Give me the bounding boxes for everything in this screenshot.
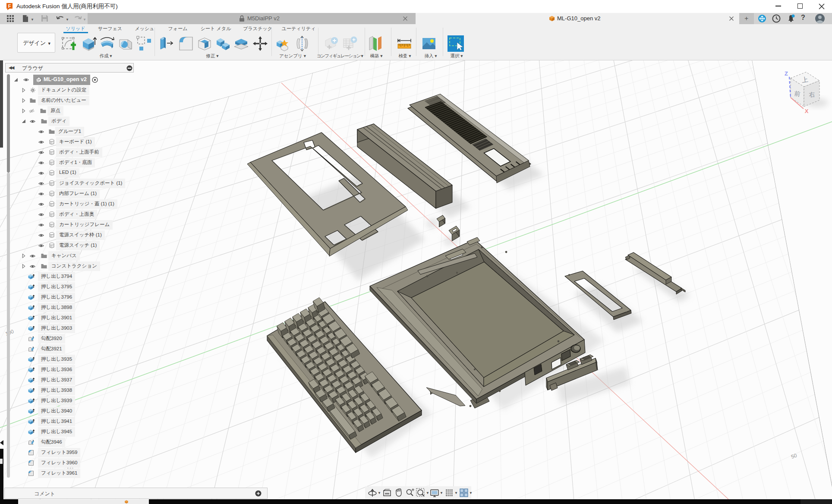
- svg-text:上: 上: [801, 76, 809, 84]
- svg-text:X: X: [805, 108, 809, 114]
- svg-text:F: F: [8, 3, 11, 9]
- svg-text:右: 右: [809, 91, 816, 98]
- svg-text:前: 前: [794, 90, 801, 98]
- svg-text:Z: Z: [785, 70, 788, 77]
